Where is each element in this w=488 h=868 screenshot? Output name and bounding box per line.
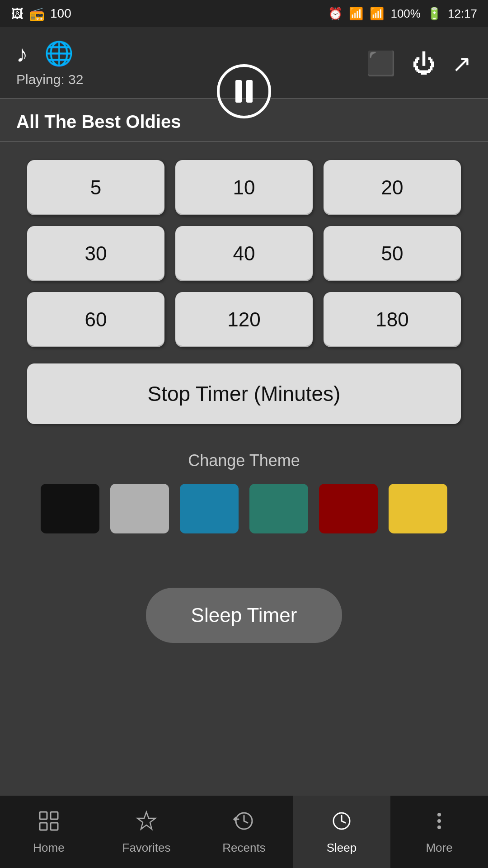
timer-30-button[interactable]: 30 <box>27 226 164 281</box>
theme-silver[interactable] <box>110 484 169 533</box>
music-note-icon: ♪ <box>16 40 28 67</box>
status-bar: 🖼 📻 100 ⏰ 📶 📶 100% 🔋 12:17 <box>0 0 488 27</box>
wifi-icon: 📶 <box>349 7 363 21</box>
nav-favorites[interactable]: Favorites <box>98 796 195 868</box>
star-icon <box>135 809 158 836</box>
sleep-timer-area: Sleep Timer <box>0 588 488 643</box>
timer-40-button[interactable]: 40 <box>175 226 313 281</box>
svg-rect-2 <box>40 823 47 830</box>
svg-rect-3 <box>51 823 58 830</box>
share-icon[interactable]: ↗ <box>452 50 472 77</box>
svg-marker-4 <box>137 812 155 829</box>
timer-60-button[interactable]: 60 <box>27 292 164 347</box>
time-display: 12:17 <box>448 7 477 21</box>
nav-more[interactable]: More <box>390 796 488 868</box>
timer-10-button[interactable]: 10 <box>175 160 313 215</box>
status-left: 🖼 📻 100 <box>11 6 71 21</box>
theme-teal[interactable] <box>249 484 308 533</box>
pause-icon <box>235 80 253 103</box>
home-label: Home <box>33 841 64 855</box>
radio-app-icon: 📻 <box>29 6 45 21</box>
svg-point-9 <box>437 819 441 823</box>
alarm-icon: ⏰ <box>328 7 343 21</box>
recents-label: Recents <box>222 841 265 855</box>
svg-rect-0 <box>40 812 47 819</box>
status-right: ⏰ 📶 📶 100% 🔋 12:17 <box>328 7 477 21</box>
theme-red[interactable] <box>319 484 378 533</box>
svg-point-8 <box>437 813 441 816</box>
home-icon <box>37 809 61 836</box>
stop-icon[interactable]: ⬛ <box>366 50 396 77</box>
power-icon[interactable]: ⏻ <box>412 50 436 77</box>
svg-point-10 <box>437 826 441 829</box>
nav-recents[interactable]: Recents <box>195 796 293 868</box>
theme-colors <box>27 484 461 533</box>
theme-yellow[interactable] <box>389 484 447 533</box>
clock-icon <box>330 809 353 836</box>
bottom-nav: Home Favorites Recents Sleep <box>0 796 488 868</box>
history-icon <box>232 809 256 836</box>
sleep-label: Sleep <box>327 841 357 855</box>
timer-grid: 5 10 20 30 40 50 60 120 180 <box>27 160 461 347</box>
theme-black[interactable] <box>41 484 99 533</box>
more-icon <box>427 809 451 836</box>
more-label: More <box>426 841 452 855</box>
signal-count: 100 <box>50 6 71 21</box>
player-right-controls: ⬛ ⏻ ↗ <box>366 50 472 77</box>
player-left: ♪ 🌐 Playing: 32 <box>16 40 83 87</box>
timer-5-button[interactable]: 5 <box>27 160 164 215</box>
nav-home[interactable]: Home <box>0 796 98 868</box>
stop-timer-button[interactable]: Stop Timer (Minutes) <box>27 363 461 424</box>
battery-icon: 🔋 <box>427 7 441 21</box>
battery-label: 100% <box>390 7 421 21</box>
svg-rect-1 <box>51 812 58 819</box>
photo-app-icon: 🖼 <box>11 6 23 21</box>
playing-label: Playing: 32 <box>16 72 83 87</box>
pause-button[interactable] <box>217 64 271 118</box>
sleep-timer-button[interactable]: Sleep Timer <box>146 588 343 643</box>
timer-section: 5 10 20 30 40 50 60 120 180 Stop Timer (… <box>0 142 488 451</box>
theme-blue[interactable] <box>180 484 239 533</box>
globe-icon: 🌐 <box>44 40 74 67</box>
player-bar: ♪ 🌐 Playing: 32 ⬛ ⏻ ↗ <box>0 27 488 99</box>
theme-title: Change Theme <box>27 451 461 470</box>
favorites-label: Favorites <box>122 841 171 855</box>
signal-icon: 📶 <box>370 7 384 21</box>
timer-180-button[interactable]: 180 <box>324 292 461 347</box>
timer-20-button[interactable]: 20 <box>324 160 461 215</box>
timer-120-button[interactable]: 120 <box>175 292 313 347</box>
timer-50-button[interactable]: 50 <box>324 226 461 281</box>
player-icons-row: ♪ 🌐 <box>16 40 74 67</box>
theme-section: Change Theme <box>0 451 488 533</box>
nav-sleep[interactable]: Sleep <box>293 796 390 868</box>
